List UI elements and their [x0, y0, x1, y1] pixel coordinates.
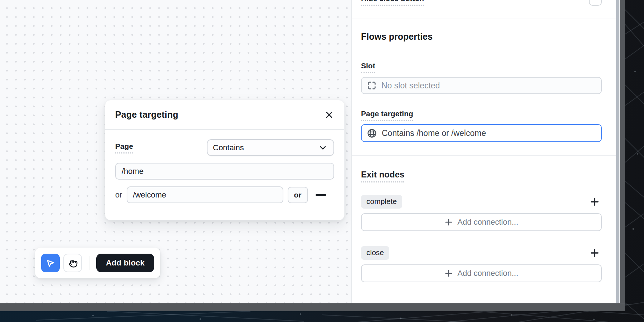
slot-label: Slot: [361, 62, 375, 73]
page-url-secondary-input[interactable]: [127, 186, 283, 203]
modal-header: Page targeting: [105, 100, 344, 130]
modal-title: Page targeting: [115, 109, 178, 120]
minus-icon[interactable]: [315, 193, 327, 197]
screen: Page targeting Page Contains: [0, 0, 644, 322]
exit-node-badge: complete: [361, 195, 402, 209]
add-connection-label: Add connection...: [457, 218, 518, 227]
add-block-button[interactable]: Add block: [96, 254, 154, 272]
select-tool-button[interactable]: [41, 254, 60, 272]
chevron-down-icon: [318, 143, 328, 152]
window-frame-right: [620, 0, 625, 311]
page-targeting-field[interactable]: Contains /home or /welcome: [361, 124, 602, 142]
hand-icon: [67, 258, 78, 268]
plus-icon[interactable]: [590, 248, 600, 258]
pan-tool-button[interactable]: [63, 254, 82, 272]
flow-canvas[interactable]: Page targeting Page Contains: [0, 0, 351, 303]
add-connection-button[interactable]: Add connection...: [361, 264, 602, 282]
globe-icon: [367, 128, 377, 138]
page-field-label: Page: [115, 142, 133, 153]
flows-properties-title: Flows properties: [361, 31, 602, 42]
toolbar-divider: [89, 256, 89, 270]
page-url-input[interactable]: [115, 163, 334, 180]
operator-select[interactable]: Contains: [207, 139, 334, 156]
operator-select-value: Contains: [213, 143, 244, 152]
add-connection-label: Add connection...: [457, 269, 518, 278]
inspector-panel: Hide close button Flows properties Slot …: [351, 0, 616, 303]
hide-close-button-checkbox[interactable]: [589, 0, 602, 6]
add-or-rule-button[interactable]: or: [288, 187, 308, 203]
plus-icon[interactable]: [590, 197, 600, 207]
modal-body: Page Contains: [105, 130, 344, 203]
add-connection-button[interactable]: Add connection...: [361, 213, 602, 231]
window-frame-bottom: [0, 303, 625, 311]
exit-nodes-title: Exit nodes: [361, 170, 404, 182]
cursor-icon: [45, 258, 56, 268]
close-icon[interactable]: [325, 111, 333, 119]
hide-close-button-label: Hide close button: [361, 0, 424, 6]
exit-node-row-complete: complete: [361, 195, 602, 209]
plus-icon: [444, 269, 453, 278]
exit-node-row-close: close: [361, 246, 602, 260]
page-targeting-value: Contains /home or /welcome: [382, 128, 486, 138]
slot-placeholder: No slot selected: [381, 81, 440, 91]
app-window: Page targeting Page Contains: [0, 0, 616, 303]
plus-icon: [444, 218, 453, 226]
page-targeting-modal: Page targeting Page Contains: [105, 100, 345, 220]
panel-divider: [352, 19, 616, 19]
panel-divider: [352, 155, 616, 156]
slot-selector[interactable]: No slot selected: [361, 77, 602, 94]
panel-scrollbar[interactable]: [616, 0, 619, 303]
canvas-toolbar: Add block: [35, 248, 160, 278]
frame-corners-icon: [367, 80, 377, 91]
exit-node-badge: close: [361, 246, 389, 260]
page-targeting-label: Page targeting: [361, 109, 413, 121]
or-connector-text: or: [115, 190, 122, 200]
